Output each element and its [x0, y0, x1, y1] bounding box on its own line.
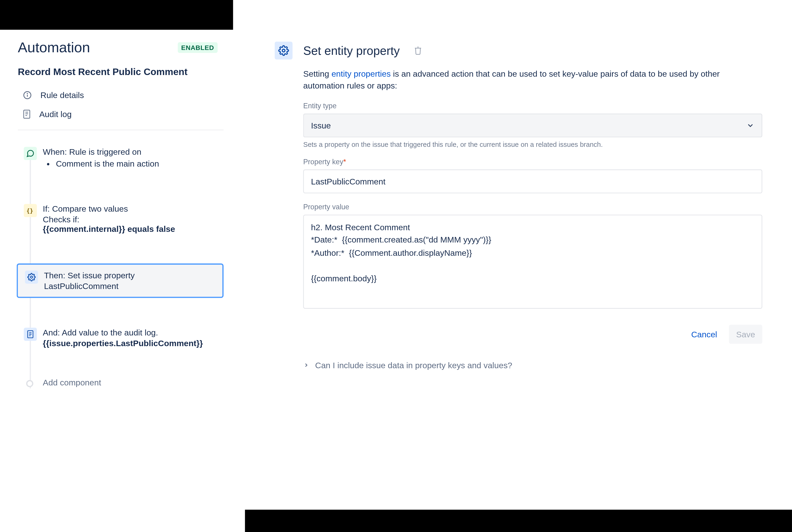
log-action-icon	[24, 328, 37, 341]
redaction-block-top	[0, 0, 233, 30]
help-expander[interactable]: Can I include issue data in property key…	[303, 360, 762, 369]
panel-title: Set entity property	[303, 44, 400, 57]
nav-audit-log-label: Audit log	[39, 110, 72, 119]
svg-text:{}: {}	[26, 207, 33, 214]
property-key-label: Property key*	[303, 157, 762, 166]
entity-type-select[interactable]: Issue	[303, 113, 762, 137]
required-star: *	[343, 157, 346, 166]
entity-type-value: Issue	[311, 120, 331, 130]
log-title: And: Add value to the audit log.	[43, 328, 218, 337]
nav-rule-details-label: Rule details	[40, 90, 84, 100]
timeline-trigger[interactable]: When: Rule is triggered on Comment is th…	[18, 141, 224, 174]
nav-audit-log[interactable]: Audit log	[18, 105, 224, 124]
property-value-label: Property value	[303, 203, 762, 211]
timeline-action-selected[interactable]: Then: Set issue property LastPublicComme…	[17, 263, 224, 298]
help-expander-label: Can I include issue data in property key…	[315, 360, 513, 369]
trash-icon[interactable]	[414, 46, 423, 55]
log-icon	[22, 110, 31, 119]
chevron-down-icon	[746, 121, 755, 129]
divider	[18, 130, 224, 130]
action-icon	[25, 271, 38, 284]
save-button: Save	[729, 325, 762, 344]
entity-type-label: Entity type	[303, 101, 762, 110]
condition-line2: {{comment.internal}} equals false	[43, 224, 218, 234]
nav-rule-details[interactable]: Rule details	[18, 86, 224, 105]
action-title: Then: Set issue property	[44, 271, 216, 280]
property-key-input[interactable]	[303, 169, 762, 193]
property-value-textarea[interactable]	[303, 214, 762, 308]
redaction-block-bottom	[245, 510, 792, 532]
gear-icon	[275, 42, 293, 59]
add-component-label: Add component	[43, 378, 101, 387]
entity-properties-link[interactable]: entity properties	[331, 69, 391, 78]
main-panel: Set entity property Setting entity prope…	[233, 30, 792, 403]
info-icon	[22, 90, 32, 100]
trigger-sub: Comment is the main action	[43, 159, 218, 168]
condition-icon: {}	[24, 204, 37, 217]
cancel-button[interactable]: Cancel	[684, 325, 724, 344]
action-sub: LastPublicComment	[44, 281, 216, 291]
condition-line1: Checks if:	[43, 215, 218, 224]
chevron-right-icon	[303, 362, 309, 368]
entity-type-helper: Sets a property on the issue that trigge…	[303, 141, 762, 148]
status-badge: ENABLED	[178, 42, 218, 53]
sidebar-title: Automation	[18, 39, 90, 56]
condition-title: If: Compare two values	[43, 204, 218, 213]
sidebar: Automation ENABLED Record Most Recent Pu…	[0, 30, 233, 403]
timeline-condition[interactable]: {} If: Compare two values Checks if: {{c…	[18, 198, 224, 240]
rule-timeline: When: Rule is triggered on Comment is th…	[18, 141, 224, 393]
svg-point-2	[27, 93, 27, 94]
trigger-icon	[24, 147, 37, 160]
svg-point-13	[282, 49, 285, 52]
trigger-title: When: Rule is triggered on	[43, 147, 218, 156]
add-component-dot	[26, 380, 34, 387]
add-component[interactable]: Add component	[18, 372, 224, 393]
timeline-log[interactable]: And: Add value to the audit log. {{issue…	[18, 322, 224, 354]
svg-point-8	[31, 276, 33, 278]
rule-name[interactable]: Record Most Recent Public Comment	[18, 67, 224, 77]
panel-description: Setting entity properties is an advanced…	[303, 68, 762, 92]
log-sub: {{issue.properties.LastPublicComment}}	[43, 339, 218, 348]
